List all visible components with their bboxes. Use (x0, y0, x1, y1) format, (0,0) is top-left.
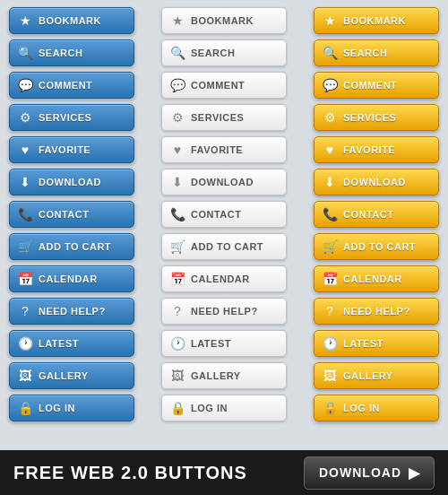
btn-gold-favorite[interactable]: ♥ FAVORITE (314, 136, 439, 163)
contact-icon-white: 📞 (169, 207, 185, 221)
services-icon-white: ⚙ (169, 110, 185, 125)
calendar-icon-blue: 📅 (17, 272, 33, 286)
contact-label-white: CONTACT (191, 209, 241, 220)
btn-blue-services[interactable]: ⚙ SERVICES (9, 104, 134, 131)
btn-gold-search[interactable]: 🔍 SEARCH (314, 39, 439, 66)
btn-gold-addtocart[interactable]: 🛒 ADD TO CART (314, 233, 439, 260)
calendar-label-white: CALENDAR (191, 274, 250, 284)
btn-gold-services[interactable]: ⚙ SERVICES (314, 104, 439, 131)
needhelp-label-white: NEED HELP? (191, 306, 258, 317)
download-label-white: DOWNLOAD (191, 177, 254, 187)
btn-blue-comment[interactable]: 💬 COMMENT (9, 72, 134, 99)
latest-icon-blue: 🕐 (17, 336, 33, 351)
login-icon-gold: 🔒 (322, 401, 338, 415)
btn-white-gallery[interactable]: 🖼 GALLERY (161, 362, 287, 389)
favorite-icon-white: ♥ (169, 143, 185, 157)
contact-label-gold: CONTACT (343, 209, 393, 220)
button-row-login: 🔒 LOG IN 🔒 LOG IN 🔒 LOG IN (9, 395, 439, 421)
download-label-gold: DOWNLOAD (343, 177, 406, 187)
needhelp-label-gold: NEED HELP? (343, 306, 410, 317)
btn-white-addtocart[interactable]: 🛒 ADD TO CART (161, 233, 287, 260)
bookmark-label-gold: BOOKMARK (343, 15, 406, 26)
btn-blue-bookmark[interactable]: ★ BOOKMARK (9, 7, 134, 34)
comment-icon-white: 💬 (169, 78, 185, 92)
btn-blue-addtocart[interactable]: 🛒 ADD TO CART (9, 233, 134, 260)
search-label-blue: SEARCH (39, 48, 82, 58)
comment-icon-gold: 💬 (322, 78, 338, 92)
bookmark-icon-blue: ★ (17, 13, 33, 28)
footer-download-button[interactable]: DOWNLOAD ▶ (304, 456, 435, 490)
needhelp-label-blue: NEED HELP? (39, 306, 106, 317)
btn-white-needhelp[interactable]: ? NEED HELP? (161, 298, 287, 325)
button-row-download: ⬇ DOWNLOAD ⬇ DOWNLOAD ⬇ DOWNLOAD (9, 169, 439, 195)
btn-gold-login[interactable]: 🔒 LOG IN (314, 395, 439, 421)
btn-white-calendar[interactable]: 📅 CALENDAR (161, 265, 287, 292)
search-icon-white: 🔍 (169, 46, 185, 60)
btn-blue-calendar[interactable]: 📅 CALENDAR (9, 265, 134, 292)
btn-white-contact[interactable]: 📞 CONTACT (161, 201, 287, 228)
btn-white-latest[interactable]: 🕐 LATEST (161, 330, 287, 357)
btn-gold-bookmark[interactable]: ★ BOOKMARK (314, 7, 439, 34)
btn-blue-download[interactable]: ⬇ DOWNLOAD (9, 169, 134, 195)
calendar-icon-white: 📅 (169, 272, 185, 286)
btn-gold-calendar[interactable]: 📅 CALENDAR (314, 265, 439, 292)
favorite-label-blue: FAVORITE (39, 144, 90, 155)
btn-blue-latest[interactable]: 🕐 LATEST (9, 330, 134, 357)
latest-label-gold: LATEST (343, 338, 383, 349)
btn-gold-comment[interactable]: 💬 COMMENT (314, 72, 439, 99)
btn-blue-search[interactable]: 🔍 SEARCH (9, 39, 134, 66)
btn-white-login[interactable]: 🔒 LOG IN (161, 395, 287, 421)
btn-gold-needhelp[interactable]: ? NEED HELP? (314, 298, 439, 325)
btn-gold-gallery[interactable]: 🖼 GALLERY (314, 362, 439, 389)
btn-white-bookmark[interactable]: ★ BOOKMARK (161, 7, 287, 34)
button-row-calendar: 📅 CALENDAR 📅 CALENDAR 📅 CALENDAR (9, 265, 439, 292)
search-icon-blue: 🔍 (17, 46, 33, 60)
addtocart-label-blue: ADD TO CART (39, 241, 111, 252)
calendar-label-blue: CALENDAR (39, 274, 98, 284)
btn-blue-favorite[interactable]: ♥ FAVORITE (9, 136, 134, 163)
addtocart-label-white: ADD TO CART (191, 241, 263, 252)
latest-label-white: LATEST (191, 338, 231, 349)
btn-blue-gallery[interactable]: 🖼 GALLERY (9, 362, 134, 389)
services-icon-blue: ⚙ (17, 110, 33, 125)
btn-gold-latest[interactable]: 🕐 LATEST (314, 330, 439, 357)
btn-gold-download[interactable]: ⬇ DOWNLOAD (314, 169, 439, 195)
bookmark-label-blue: BOOKMARK (39, 15, 101, 26)
btn-white-favorite[interactable]: ♥ FAVORITE (161, 136, 287, 163)
comment-icon-blue: 💬 (17, 78, 33, 92)
footer: FREE WEB 2.0 BUTTONS DOWNLOAD ▶ (0, 450, 448, 495)
button-row-services: ⚙ SERVICES ⚙ SERVICES ⚙ SERVICES (9, 104, 439, 131)
addtocart-label-gold: ADD TO CART (343, 241, 416, 252)
button-row-needhelp: ? NEED HELP? ? NEED HELP? ? NEED HELP? (9, 298, 439, 325)
button-row-comment: 💬 COMMENT 💬 COMMENT 💬 COMMENT (9, 72, 439, 99)
btn-gold-contact[interactable]: 📞 CONTACT (314, 201, 439, 228)
gallery-label-gold: GALLERY (343, 370, 393, 381)
btn-white-download[interactable]: ⬇ DOWNLOAD (161, 169, 287, 195)
addtocart-icon-blue: 🛒 (17, 239, 33, 254)
gallery-icon-blue: 🖼 (17, 369, 33, 383)
search-label-white: SEARCH (191, 48, 235, 58)
footer-title: FREE WEB 2.0 BUTTONS (13, 463, 247, 483)
btn-blue-login[interactable]: 🔒 LOG IN (9, 395, 134, 421)
login-icon-white: 🔒 (169, 401, 185, 415)
contact-label-blue: CONTACT (39, 209, 89, 220)
btn-white-comment[interactable]: 💬 COMMENT (161, 72, 287, 99)
login-label-white: LOG IN (191, 403, 228, 413)
login-label-blue: LOG IN (39, 403, 75, 413)
latest-icon-white: 🕐 (169, 336, 185, 351)
footer-download-arrow-icon: ▶ (409, 465, 419, 482)
favorite-icon-gold: ♥ (322, 143, 338, 157)
btn-white-services[interactable]: ⚙ SERVICES (161, 104, 287, 131)
login-label-gold: LOG IN (343, 403, 380, 413)
main-content: ★ BOOKMARK ★ BOOKMARK ★ BOOKMARK 🔍 SEARC… (0, 0, 448, 421)
download-icon-gold: ⬇ (322, 175, 338, 189)
btn-blue-needhelp[interactable]: ? NEED HELP? (9, 298, 134, 325)
btn-white-search[interactable]: 🔍 SEARCH (161, 39, 287, 66)
btn-blue-contact[interactable]: 📞 CONTACT (9, 201, 134, 228)
bookmark-icon-gold: ★ (322, 13, 338, 28)
button-row-contact: 📞 CONTACT 📞 CONTACT 📞 CONTACT (9, 201, 439, 228)
footer-download-label: DOWNLOAD (319, 465, 401, 480)
gallery-icon-gold: 🖼 (322, 369, 338, 383)
needhelp-icon-white: ? (169, 304, 185, 318)
download-label-blue: DOWNLOAD (39, 177, 101, 187)
